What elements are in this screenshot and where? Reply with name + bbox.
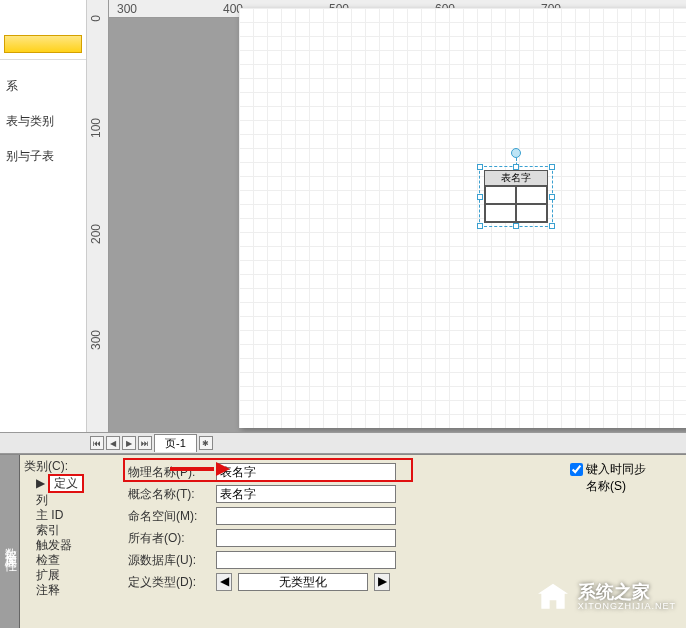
tree-node-definition[interactable]: ▶ 定义 <box>22 474 118 493</box>
tree-node[interactable]: 列 <box>22 493 118 508</box>
page-tabbar: ⏮ ◀ ▶ ⏭ 页-1 ✱ <box>0 432 686 454</box>
tree-node[interactable]: 检查 <box>22 553 118 568</box>
annotation-arrow-icon <box>170 462 230 476</box>
properties-pane-title: 数据库属性 <box>0 455 20 628</box>
deftype-prev-icon[interactable]: ◀ <box>216 573 232 591</box>
tab-nav-first-icon[interactable]: ⏮ <box>90 436 104 450</box>
concept-name-label: 概念名称(T): <box>128 486 210 503</box>
resize-handle[interactable] <box>477 223 483 229</box>
deftype-label: 定义类型(D): <box>128 574 210 591</box>
tab-nav-last-icon[interactable]: ⏭ <box>138 436 152 450</box>
tab-new-icon[interactable]: ✱ <box>199 436 213 450</box>
hint-item[interactable]: 系 <box>0 60 86 95</box>
namespace-label: 命名空间(M): <box>128 508 210 525</box>
tab-nav-next-icon[interactable]: ▶ <box>122 436 136 450</box>
resize-handle[interactable] <box>549 164 555 170</box>
concept-name-input[interactable] <box>216 485 396 503</box>
canvas-area[interactable]: 300 400 500 600 700 表名字 <box>109 0 686 432</box>
watermark-logo-icon <box>536 582 570 612</box>
page-tab[interactable]: 页-1 <box>154 434 197 452</box>
owner-label: 所有者(O): <box>128 530 210 547</box>
left-sidebar: 系 表与类别 别与子表 <box>0 0 87 432</box>
watermark-subtitle: XITONGZHIJIA.NET <box>578 601 676 612</box>
connector-point-icon[interactable] <box>511 148 521 158</box>
resize-handle[interactable] <box>513 223 519 229</box>
hint-item[interactable]: 别与子表 <box>0 130 86 165</box>
deftype-next-icon[interactable]: ▶ <box>374 573 390 591</box>
resize-handle[interactable] <box>477 194 483 200</box>
properties-tree[interactable]: 类别(C): ▶ 定义 列 主 ID 索引 触发器 检查 扩展 注释 <box>20 455 120 628</box>
sync-checkbox-group[interactable]: 键入时同步名称(S) <box>570 461 656 495</box>
sync-names-label: 键入时同步名称(S) <box>586 461 656 495</box>
tree-node[interactable]: 扩展 <box>22 568 118 583</box>
sourcedb-label: 源数据库(U): <box>128 552 210 569</box>
sourcedb-input[interactable] <box>216 551 396 569</box>
watermark-title: 系统之家 <box>578 583 676 601</box>
vertical-ruler: 0 100 200 300 <box>87 0 109 432</box>
resize-handle[interactable] <box>477 164 483 170</box>
selection-outline <box>479 166 553 227</box>
tree-node[interactable]: 触发器 <box>22 538 118 553</box>
tree-root[interactable]: 类别(C): <box>22 459 118 474</box>
toolbar-highlight <box>0 0 86 60</box>
tree-node[interactable]: 主 ID <box>22 508 118 523</box>
owner-input[interactable] <box>216 529 396 547</box>
drawing-page[interactable]: 表名字 <box>239 8 686 428</box>
tree-node[interactable]: 注释 <box>22 583 118 598</box>
hint-item[interactable]: 表与类别 <box>0 95 86 130</box>
tab-nav-prev-icon[interactable]: ◀ <box>106 436 120 450</box>
namespace-input[interactable] <box>216 507 396 525</box>
resize-handle[interactable] <box>549 223 555 229</box>
watermark: 系统之家 XITONGZHIJIA.NET <box>536 582 676 612</box>
resize-handle[interactable] <box>549 194 555 200</box>
tree-node[interactable]: 索引 <box>22 523 118 538</box>
deftype-select[interactable] <box>238 573 368 591</box>
highlight-box <box>123 458 413 482</box>
resize-handle[interactable] <box>513 164 519 170</box>
table-entity-shape[interactable]: 表名字 <box>484 170 548 223</box>
sync-names-checkbox[interactable] <box>570 463 583 476</box>
